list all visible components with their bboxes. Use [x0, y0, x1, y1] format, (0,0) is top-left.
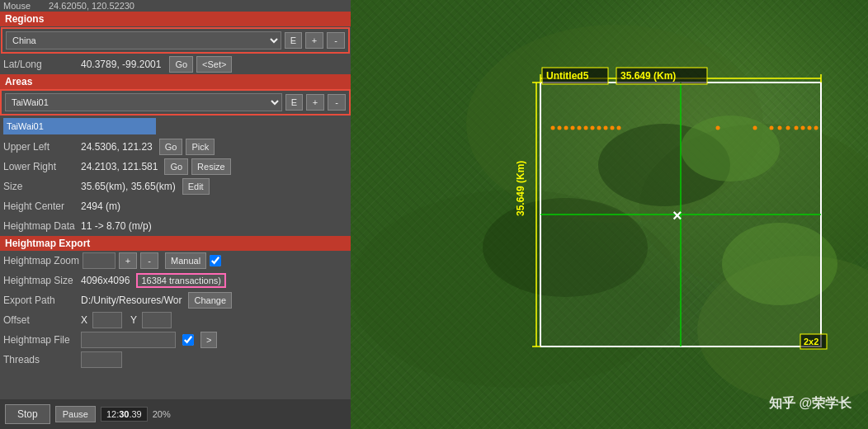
pause-button[interactable]: Pause: [55, 406, 96, 422]
lower-right-row: Lower Right 24.2103, 121.581 Go Resize: [0, 157, 351, 177]
bottom-bar: Stop Pause 12:30.39 20%: [0, 399, 351, 429]
area-add-button[interactable]: +: [306, 94, 324, 111]
heightmap-file-checkbox[interactable]: [182, 334, 194, 346]
time-display: 12:30.39: [101, 407, 148, 422]
export-path-label: Export Path: [3, 295, 78, 306]
svg-point-32: [778, 126, 782, 130]
height-center-label: Height Center: [3, 200, 78, 212]
svg-point-35: [801, 126, 805, 130]
lat-long-row: Lat/Long 40.3789, -99.2001 Go <Set>: [0, 54, 351, 74]
svg-point-26: [604, 126, 608, 130]
change-button[interactable]: Change: [188, 292, 232, 309]
svg-text:Untitled5: Untitled5: [546, 70, 589, 82]
mouse-value: 24.62050, 120.52230: [49, 1, 134, 11]
svg-point-24: [591, 126, 595, 130]
svg-text:35.649 (Km): 35.649 (Km): [515, 161, 526, 216]
upper-left-label: Upper Left: [3, 141, 78, 153]
size-label: Size: [3, 181, 78, 192]
zoom-minus-button[interactable]: -: [140, 252, 158, 269]
svg-point-22: [578, 126, 582, 130]
export-path-row: Export Path D:/Unity/Resoures/Wor Change: [0, 290, 351, 310]
size-edit-button[interactable]: Edit: [182, 178, 210, 195]
svg-point-20: [564, 126, 568, 130]
svg-point-34: [795, 126, 799, 130]
lower-right-label: Lower Right: [3, 161, 78, 172]
regions-dropdown-row: China E + -: [1, 27, 350, 54]
svg-text:2x2: 2x2: [804, 337, 818, 346]
time-prefix: 12:: [106, 409, 119, 419]
area-e-button[interactable]: E: [285, 94, 303, 111]
stop-button[interactable]: Stop: [5, 404, 50, 424]
lat-long-label: Lat/Long: [3, 59, 78, 70]
zoom-plus-button[interactable]: +: [119, 252, 137, 269]
lower-right-resize-button[interactable]: Resize: [191, 158, 231, 175]
svg-point-18: [551, 126, 555, 130]
svg-point-21: [571, 126, 575, 130]
svg-point-33: [786, 126, 790, 130]
area-select[interactable]: TaiWai01: [5, 93, 282, 111]
mouse-label: Mouse: [3, 1, 49, 11]
height-center-value: 2494 (m): [81, 200, 120, 212]
areas-dropdown-row: TaiWai01 E + -: [0, 89, 351, 116]
region-add-button[interactable]: +: [305, 32, 323, 49]
svg-point-28: [617, 126, 621, 130]
offset-y-label: Y: [130, 314, 137, 326]
area-remove-button[interactable]: -: [328, 94, 346, 111]
region-e-button[interactable]: E: [285, 32, 302, 49]
manual-button[interactable]: Manual: [165, 252, 206, 269]
map-area[interactable]: × Untitled5 35.649 (Km) 35.649 (Km): [351, 0, 868, 429]
heightmap-size-label: Heightmap Size: [3, 275, 78, 286]
lat-long-set-button[interactable]: <Set>: [196, 56, 232, 73]
percent-label: 20%: [153, 409, 171, 419]
heightmap-file-arrow-button[interactable]: >: [200, 332, 217, 348]
lower-right-value: 24.2103, 121.581: [81, 161, 158, 172]
svg-point-37: [814, 126, 818, 130]
svg-point-29: [716, 126, 720, 130]
zoom-label: Heightmap Zoom: [3, 255, 79, 266]
threads-label: Threads: [3, 354, 78, 365]
region-select[interactable]: China: [6, 31, 281, 50]
regions-section: Regions China E + - Lat/Long 40.3789, -9…: [0, 12, 351, 74]
offset-y-input[interactable]: 0: [142, 312, 172, 328]
export-path-value: D:/Unity/Resoures/Wor: [81, 295, 182, 306]
region-remove-button[interactable]: -: [327, 32, 345, 49]
zoom-input[interactable]: 14: [83, 252, 116, 269]
heightmap-data-label: Heightmap Data: [3, 220, 78, 232]
lat-long-value: 40.3789, -99.2001: [81, 59, 161, 70]
regions-header: Regions: [0, 12, 351, 26]
area-name-bar-row: TaiWai01: [0, 116, 351, 137]
areas-section: Areas TaiWai01 E + - TaiWai01 Upper Left…: [0, 74, 351, 236]
svg-point-36: [808, 126, 812, 130]
time-suffix: .39: [129, 409, 141, 419]
upper-left-row: Upper Left 24.5306, 121.23 Go Pick: [0, 137, 351, 157]
mouse-row: Mouse 24.62050, 120.52230: [0, 0, 351, 12]
offset-x-label: X: [81, 314, 87, 326]
svg-point-27: [611, 126, 615, 130]
watermark: 知乎 @荣学长: [769, 395, 851, 412]
svg-text:×: ×: [672, 206, 682, 224]
heightmap-file-row: Heightmap File TaiHai >: [0, 330, 351, 350]
heightmap-export-section: Heightmap Export Heightmap Zoom 14 + - M…: [0, 236, 351, 370]
lower-right-go-button[interactable]: Go: [164, 158, 188, 175]
upper-left-go-button[interactable]: Go: [159, 139, 183, 155]
svg-point-31: [770, 126, 774, 130]
manual-checkbox[interactable]: [210, 255, 221, 266]
svg-point-19: [558, 126, 562, 130]
heightmap-export-header: Heightmap Export: [0, 236, 351, 251]
size-value: 35.65(km), 35.65(km): [81, 181, 176, 192]
svg-point-25: [597, 126, 601, 130]
areas-header: Areas: [0, 74, 351, 89]
heightmap-size-row: Heightmap Size 4096x4096 16384 transacti…: [0, 271, 351, 290]
area-name-bar: TaiWai01: [3, 118, 156, 134]
svg-point-23: [584, 126, 588, 130]
offset-x-input[interactable]: 0: [92, 312, 122, 328]
upper-left-pick-button[interactable]: Pick: [186, 139, 215, 155]
threads-input[interactable]: 32: [81, 351, 122, 368]
offset-row: Offset X 0 Y 0: [0, 310, 351, 330]
heightmap-file-label: Heightmap File: [3, 334, 78, 346]
threads-row: Threads 32: [0, 350, 351, 370]
heightmap-file-input[interactable]: TaiHai: [81, 332, 176, 348]
lat-long-go-button[interactable]: Go: [169, 56, 193, 73]
heightmap-data-row: Heightmap Data 11 -> 8.70 (m/p): [0, 216, 351, 236]
size-row: Size 35.65(km), 35.65(km) Edit: [0, 177, 351, 196]
